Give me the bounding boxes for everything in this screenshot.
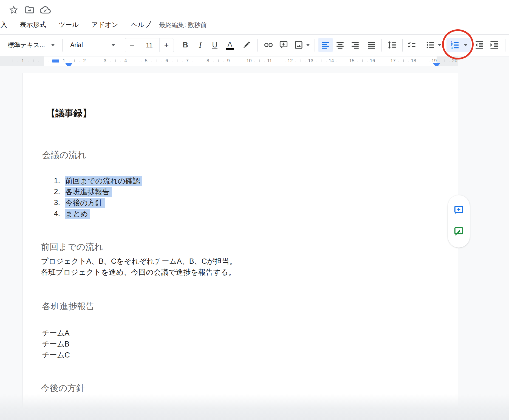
- menu-item-0[interactable]: 入: [1, 20, 7, 29]
- bold-button[interactable]: B: [180, 38, 191, 52]
- team-row-1[interactable]: チームA: [42, 328, 69, 339]
- agenda-item-2[interactable]: 2.各班進捗報告: [46, 186, 112, 197]
- toolbar-divider: [381, 39, 382, 52]
- folder-move-icon[interactable]: [24, 4, 35, 15]
- team-row-2[interactable]: チームB: [42, 339, 69, 350]
- ruler-tick: [301, 59, 301, 62]
- menu-item-1[interactable]: 表示形式: [20, 20, 46, 29]
- line-spacing-button[interactable]: [386, 38, 398, 52]
- ruler-dot: [131, 61, 131, 61]
- decrease-indent-button[interactable]: [473, 38, 485, 52]
- ruler-tick: [383, 59, 383, 62]
- line-spacing-icon: [387, 40, 397, 50]
- align-justify-button[interactable]: [365, 38, 377, 52]
- body-line-1[interactable]: プロジェクトA、B、CをそれぞれチームA、B、Cが担当。: [41, 256, 237, 267]
- ruler-number-8: 8: [204, 58, 212, 64]
- align-right-button[interactable]: [349, 38, 361, 52]
- increase-indent-button[interactable]: [488, 38, 500, 52]
- align-center-button[interactable]: [334, 38, 346, 52]
- ruler-number-9: 9: [224, 58, 233, 64]
- ruler-tick: [177, 59, 177, 62]
- selected-text[interactable]: 今後の方針: [65, 198, 105, 208]
- ruler-dot: [193, 61, 193, 61]
- ruler-dot: [213, 61, 214, 61]
- document-page[interactable]: 【議事録】 会議の流れ 1.前回までの流れの確認2.各班進捗報告3.今後の方針4…: [22, 73, 458, 420]
- ruler-tick: [321, 59, 321, 62]
- chevron-down-icon: [306, 44, 310, 46]
- paragraph-style-selector[interactable]: 標準テキス...: [8, 38, 55, 52]
- selected-text[interactable]: まとめ: [65, 209, 90, 219]
- ruler-tick: [95, 59, 95, 62]
- agenda-heading[interactable]: 会議の流れ: [42, 149, 86, 161]
- insert-link-button[interactable]: [262, 38, 275, 52]
- insert-image-button[interactable]: [293, 38, 305, 52]
- toolbar-divider: [62, 39, 63, 52]
- add-comment-icon: [279, 40, 289, 50]
- previous-flow-heading[interactable]: 前回までの流れ: [41, 241, 103, 253]
- decrease-font-size-button[interactable]: −: [125, 38, 139, 52]
- selected-text[interactable]: 各班進捗報告: [65, 187, 112, 197]
- bulleted-list-icon: [425, 40, 435, 50]
- ruler-number-7: 7: [183, 58, 191, 64]
- bulleted-list-button[interactable]: [424, 38, 436, 52]
- align-center-icon: [335, 40, 345, 50]
- agenda-item-3[interactable]: 3.今後の方針: [46, 197, 105, 208]
- ruler-dot: [49, 61, 49, 61]
- align-left-button[interactable]: [318, 38, 333, 52]
- underline-button[interactable]: U: [209, 38, 220, 52]
- star-icon[interactable]: [8, 4, 19, 15]
- chevron-down-icon: [111, 44, 115, 46]
- minus-icon: −: [130, 41, 134, 49]
- margin-tools-pill: [448, 195, 470, 248]
- suggest-edits-button[interactable]: [453, 226, 464, 237]
- last-edited-link[interactable]: 最終編集: 数秒前: [159, 21, 207, 29]
- numbered-list-button[interactable]: 123: [446, 38, 471, 52]
- ruler-tick: [136, 59, 136, 62]
- doc-title[interactable]: 【議事録】: [46, 107, 92, 119]
- checklist-button[interactable]: [406, 38, 418, 52]
- highlighter-icon: [242, 40, 251, 50]
- paragraph-style-value: 標準テキス...: [8, 41, 45, 49]
- selected-text[interactable]: 前回までの流れの確認: [65, 176, 142, 186]
- titlebar: [0, 0, 509, 19]
- text-color-button[interactable]: A: [224, 38, 236, 52]
- ruler-number-6: 6: [163, 58, 171, 64]
- font-size-input[interactable]: 11: [139, 38, 160, 52]
- ruler-tick: [342, 59, 342, 62]
- chevron-down-icon: [438, 44, 442, 46]
- first-line-indent-marker[interactable]: [52, 59, 59, 63]
- increase-font-size-button[interactable]: +: [160, 38, 173, 52]
- add-comment-margin-button[interactable]: [453, 205, 464, 216]
- highlight-color-button[interactable]: [241, 38, 253, 52]
- chevron-down-icon: [51, 44, 55, 46]
- team-row-3[interactable]: チームC: [42, 350, 70, 361]
- cloud-check-icon[interactable]: [40, 4, 51, 15]
- menu-item-4[interactable]: ヘルプ: [131, 20, 151, 29]
- menu-item-2[interactable]: ツール: [59, 20, 79, 29]
- bulleted-list-menu-arrow[interactable]: [437, 38, 443, 52]
- ruler-number-20: 20: [451, 58, 459, 64]
- ruler-dot: [234, 61, 234, 61]
- ruler-dot: [336, 61, 337, 61]
- future-policy-heading[interactable]: 今後の方針: [41, 382, 85, 394]
- ruler-dot: [316, 61, 316, 61]
- agenda-item-4[interactable]: 4.まとめ: [46, 208, 90, 219]
- body-line-2[interactable]: 各班プロジェクトを進め、今回の会議で進捗を報告する。: [41, 267, 236, 278]
- ruler-number-17: 17: [389, 58, 397, 64]
- list-number: 4.: [46, 208, 60, 219]
- progress-report-heading[interactable]: 各班進捗報告: [42, 300, 95, 312]
- ruler-tick: [157, 59, 157, 62]
- italic-button[interactable]: I: [194, 38, 206, 52]
- ruler-dot: [151, 61, 152, 61]
- ruler-tick: [33, 59, 33, 62]
- ruler-dot: [357, 61, 358, 61]
- add-comment-button[interactable]: [278, 38, 290, 52]
- font-selector[interactable]: Arial: [70, 38, 115, 52]
- italic-label: I: [199, 40, 202, 50]
- insert-image-menu-arrow[interactable]: [305, 38, 311, 52]
- agenda-item-1[interactable]: 1.前回までの流れの確認: [46, 175, 142, 186]
- menu-item-3[interactable]: アドオン: [91, 20, 118, 29]
- numbered-list-icon: 123: [449, 40, 460, 50]
- document-canvas: 【議事録】 会議の流れ 1.前回までの流れの確認2.各班進捗報告3.今後の方針4…: [0, 66, 509, 420]
- bold-label: B: [183, 41, 188, 49]
